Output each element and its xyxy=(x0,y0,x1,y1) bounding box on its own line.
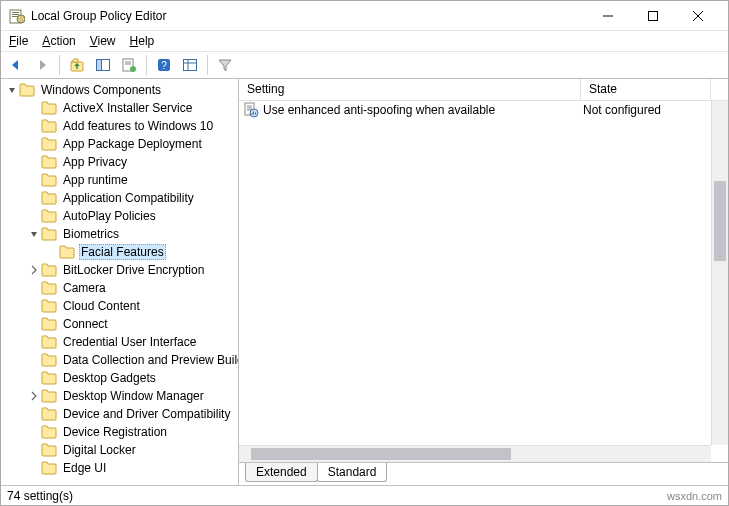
menu-view[interactable]: View xyxy=(90,34,116,48)
window-title: Local Group Policy Editor xyxy=(31,9,166,23)
tree-item-label: Digital Locker xyxy=(61,442,138,458)
expand-icon[interactable] xyxy=(5,83,19,97)
vertical-scrollbar[interactable] xyxy=(711,101,728,445)
tree-item-label: Edge UI xyxy=(61,460,108,476)
menubar: File Action View Help xyxy=(1,31,728,51)
svg-rect-1 xyxy=(12,12,19,13)
tree-item[interactable]: Desktop Window Manager xyxy=(3,387,238,405)
list-body: Use enhanced anti-spoofing when availabl… xyxy=(239,101,728,445)
menu-help[interactable]: Help xyxy=(130,34,155,48)
menu-file[interactable]: File xyxy=(9,34,28,48)
back-button[interactable] xyxy=(5,54,27,76)
collapse-icon[interactable] xyxy=(27,227,41,241)
tree-item[interactable]: Application Compatibility xyxy=(3,189,238,207)
tree[interactable]: Windows ComponentsActiveX Installer Serv… xyxy=(1,79,238,485)
tree-item[interactable]: App runtime xyxy=(3,171,238,189)
policy-setting-name: Use enhanced anti-spoofing when availabl… xyxy=(263,103,495,117)
svg-rect-27 xyxy=(255,113,256,115)
view-tabs: Extended Standard xyxy=(239,463,728,485)
svg-rect-26 xyxy=(253,112,254,115)
svg-rect-11 xyxy=(97,60,102,71)
properties-button[interactable] xyxy=(118,54,140,76)
col-header-setting[interactable]: Setting xyxy=(239,79,581,100)
tree-item-label: Desktop Window Manager xyxy=(61,388,206,404)
tree-item[interactable]: App Privacy xyxy=(3,153,238,171)
tree-item[interactable]: Add features to Windows 10 xyxy=(3,117,238,135)
tree-item-label: Facial Features xyxy=(79,244,166,260)
tree-item[interactable]: Edge UI xyxy=(3,459,238,477)
tree-item-label: ActiveX Installer Service xyxy=(61,100,194,116)
expand-icon[interactable] xyxy=(27,389,41,403)
col-header-state[interactable]: State xyxy=(581,79,711,100)
tree-item[interactable]: BitLocker Drive Encryption xyxy=(3,261,238,279)
tree-item[interactable]: Device and Driver Compatibility xyxy=(3,405,238,423)
separator xyxy=(146,55,147,75)
toolbar: ? xyxy=(1,51,728,79)
help-button[interactable]: ? xyxy=(153,54,175,76)
close-button[interactable] xyxy=(675,1,720,30)
tree-item[interactable]: Connect xyxy=(3,315,238,333)
svg-rect-2 xyxy=(12,14,19,15)
details-pane: Setting State xyxy=(239,79,728,485)
tree-item[interactable]: Credential User Interface xyxy=(3,333,238,351)
up-button[interactable] xyxy=(66,54,88,76)
forward-button[interactable] xyxy=(31,54,53,76)
separator xyxy=(207,55,208,75)
tree-item[interactable]: AutoPlay Policies xyxy=(3,207,238,225)
statusbar: 74 setting(s) wsxdn.com xyxy=(1,485,728,505)
tree-item-label: Cloud Content xyxy=(61,298,142,314)
settings-list: Setting State xyxy=(239,79,728,463)
list-header: Setting State xyxy=(239,79,728,101)
tree-item-label: Connect xyxy=(61,316,110,332)
tree-item[interactable]: Data Collection and Preview Build xyxy=(3,351,238,369)
tree-item-label: AutoPlay Policies xyxy=(61,208,158,224)
tree-item[interactable]: Facial Features xyxy=(3,243,238,261)
horizontal-scrollbar[interactable] xyxy=(239,445,711,462)
minimize-button[interactable] xyxy=(585,1,630,30)
tab-extended[interactable]: Extended xyxy=(245,463,318,482)
content-area: Windows ComponentsActiveX Installer Serv… xyxy=(1,79,728,485)
maximize-button[interactable] xyxy=(630,1,675,30)
policy-row[interactable]: Use enhanced anti-spoofing when availabl… xyxy=(239,101,728,119)
svg-text:?: ? xyxy=(161,60,167,71)
expand-icon[interactable] xyxy=(27,263,41,277)
tree-item[interactable]: Device Registration xyxy=(3,423,238,441)
tree-pane: Windows ComponentsActiveX Installer Serv… xyxy=(1,79,239,485)
tree-item-label: Device and Driver Compatibility xyxy=(61,406,232,422)
tree-item[interactable]: Camera xyxy=(3,279,238,297)
tree-item[interactable]: Cloud Content xyxy=(3,297,238,315)
app-icon xyxy=(9,8,25,24)
tree-item-label: Device Registration xyxy=(61,424,169,440)
svg-rect-6 xyxy=(648,11,657,20)
tree-item-label: Credential User Interface xyxy=(61,334,198,350)
svg-rect-28 xyxy=(252,113,253,115)
svg-rect-18 xyxy=(184,60,197,71)
svg-point-15 xyxy=(130,66,136,72)
status-text: 74 setting(s) xyxy=(7,489,73,503)
tree-item-label: App Privacy xyxy=(61,154,129,170)
watermark: wsxdn.com xyxy=(667,490,722,502)
tree-item[interactable]: Biometrics xyxy=(3,225,238,243)
menu-action[interactable]: Action xyxy=(42,34,75,48)
tree-item[interactable]: Desktop Gadgets xyxy=(3,369,238,387)
tree-item-label: BitLocker Drive Encryption xyxy=(61,262,206,278)
show-hide-tree-button[interactable] xyxy=(92,54,114,76)
separator xyxy=(59,55,60,75)
policy-icon xyxy=(243,102,259,118)
policy-state: Not configured xyxy=(581,103,711,117)
tree-item[interactable]: App Package Deployment xyxy=(3,135,238,153)
tree-item-root[interactable]: Windows Components xyxy=(3,81,238,99)
tree-item-label: Add features to Windows 10 xyxy=(61,118,215,134)
tree-item-label: Biometrics xyxy=(61,226,121,242)
tree-item-label: Windows Components xyxy=(39,82,163,98)
tree-item-label: Camera xyxy=(61,280,108,296)
titlebar: Local Group Policy Editor xyxy=(1,1,728,31)
tree-item[interactable]: Digital Locker xyxy=(3,441,238,459)
filter-button[interactable] xyxy=(214,54,236,76)
tab-standard[interactable]: Standard xyxy=(317,463,388,482)
options-button[interactable] xyxy=(179,54,201,76)
tree-item-label: Desktop Gadgets xyxy=(61,370,158,386)
tree-item-label: Application Compatibility xyxy=(61,190,196,206)
tree-item-label: App Package Deployment xyxy=(61,136,204,152)
tree-item[interactable]: ActiveX Installer Service xyxy=(3,99,238,117)
